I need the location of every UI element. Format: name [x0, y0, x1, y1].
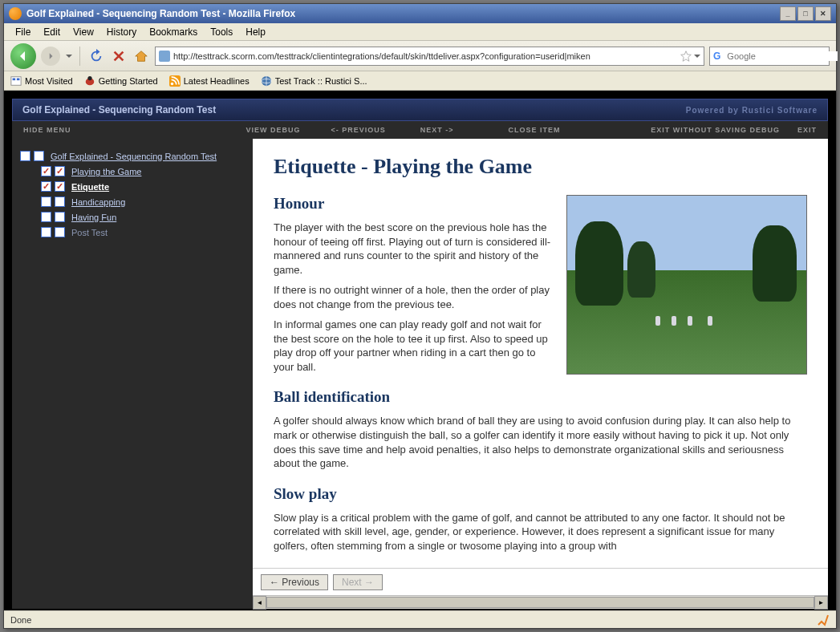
reload-button[interactable] — [87, 47, 105, 65]
content-prev-button[interactable]: ← Previous — [261, 574, 328, 590]
svg-rect-3 — [13, 78, 16, 80]
view-debug-button[interactable]: VIEW DEBUG — [243, 126, 304, 134]
close-item-button[interactable]: CLOSE ITEM — [505, 126, 564, 134]
content-nav: ← Previous Next → — [253, 568, 828, 595]
paragraph: Slow play is a critical problem with the… — [274, 511, 807, 553]
menu-tools[interactable]: Tools — [204, 25, 239, 39]
url-dropdown-icon[interactable] — [694, 53, 700, 59]
tree-item-label: Post Test — [71, 228, 108, 237]
search-bar[interactable]: G — [709, 47, 830, 66]
search-input[interactable] — [727, 51, 838, 61]
app-action-bar: HIDE MENU VIEW DEBUG <- PREVIOUS NEXT ->… — [12, 121, 828, 139]
checkbox-icon — [55, 181, 65, 192]
previous-button[interactable]: <- PREVIOUS — [328, 126, 389, 134]
tree-item-label: Handicapping — [71, 197, 125, 207]
titlebar: Golf Explained - Sequencing Random Test … — [4, 4, 836, 23]
svg-rect-4 — [17, 78, 20, 80]
checkbox-icon — [55, 196, 65, 207]
article-image — [566, 195, 807, 375]
exit-without-saving-button[interactable]: EXIT WITHOUT SAVING DEBUG — [647, 126, 783, 134]
menubar: File Edit View History Bookmarks Tools H… — [4, 23, 836, 41]
firefox-icon — [9, 7, 22, 20]
horizontal-scrollbar[interactable]: ◄ ► — [253, 595, 828, 609]
stop-button[interactable] — [110, 47, 128, 65]
heading-slow-play: Slow play — [274, 485, 807, 503]
svg-point-8 — [170, 82, 173, 85]
scroll-thumb[interactable] — [266, 597, 814, 608]
menu-help[interactable]: Help — [239, 25, 272, 39]
bookmark-getting-started[interactable]: Getting Started — [84, 75, 158, 87]
checkbox-icon — [41, 166, 51, 176]
next-button[interactable]: NEXT -> — [417, 126, 457, 134]
bookmarks-toolbar: Most Visited Getting Started Latest Head… — [4, 71, 836, 91]
content-frame: Etiquette - Playing the Game Honour The … — [253, 139, 828, 609]
home-button[interactable] — [132, 47, 150, 65]
statusbar: Done — [4, 610, 836, 628]
status-text: Done — [10, 615, 31, 625]
checkbox-icon — [55, 212, 65, 222]
close-button[interactable]: ✕ — [815, 6, 831, 21]
powered-by-label: Powered by Rustici Software — [686, 106, 818, 115]
browser-window: Golf Explained - Sequencing Random Test … — [3, 3, 837, 629]
back-button[interactable] — [10, 43, 36, 69]
app-header: Golf Explained - Sequencing Random Test … — [12, 99, 828, 121]
nav-toolbar: G — [4, 41, 836, 71]
tree-item-label: Etiquette — [71, 182, 109, 192]
tree-item[interactable]: Handicapping — [20, 194, 245, 209]
mostvisited-icon — [10, 75, 22, 87]
article-title: Etiquette - Playing the Game — [274, 155, 807, 179]
history-dropdown[interactable] — [65, 47, 73, 66]
exit-button[interactable]: EXIT — [794, 126, 820, 134]
paragraph: A golfer should always know which brand … — [274, 414, 807, 470]
ladybug-icon — [84, 75, 95, 87]
article: Etiquette - Playing the Game Honour The … — [253, 139, 828, 568]
checkbox-icon — [20, 151, 30, 161]
course-tree: Golf Explained - Sequencing Random TestP… — [12, 139, 253, 609]
checkbox-icon — [41, 181, 51, 192]
maximize-button[interactable]: □ — [797, 6, 814, 21]
checkbox-icon — [34, 151, 44, 161]
tree-item[interactable]: Golf Explained - Sequencing Random Test — [20, 148, 245, 164]
hide-menu-button[interactable]: HIDE MENU — [20, 126, 75, 134]
favicon-icon — [159, 51, 170, 62]
bookmark-most-visited[interactable]: Most Visited — [10, 75, 73, 87]
minimize-button[interactable]: _ — [780, 6, 796, 21]
forward-button[interactable] — [41, 47, 60, 66]
menu-bookmarks[interactable]: Bookmarks — [143, 25, 204, 39]
checkbox-icon — [55, 166, 65, 176]
star-icon[interactable] — [680, 51, 692, 62]
tree-item-label: Playing the Game — [71, 167, 141, 176]
checkbox-icon — [55, 227, 65, 237]
app-title: Golf Explained - Sequencing Random Test — [22, 104, 216, 115]
menu-view[interactable]: View — [67, 25, 100, 39]
tree-item[interactable]: Playing the Game — [20, 164, 245, 179]
content-next-button[interactable]: Next → — [333, 574, 383, 590]
checkbox-icon — [41, 227, 51, 237]
checkbox-icon — [41, 196, 51, 207]
svg-point-6 — [87, 75, 91, 79]
google-icon: G — [713, 51, 720, 62]
menu-file[interactable]: File — [9, 25, 37, 39]
tree-item[interactable]: Having Fun — [20, 209, 245, 225]
checkbox-icon — [41, 212, 51, 222]
url-bar[interactable] — [155, 47, 704, 66]
svg-rect-2 — [11, 76, 21, 85]
tree-item[interactable]: Post Test — [20, 225, 245, 240]
bookmark-test-track[interactable]: Test Track :: Rustici S... — [261, 75, 367, 87]
menu-edit[interactable]: Edit — [37, 25, 67, 39]
menu-history[interactable]: History — [100, 25, 143, 39]
status-paintbrush-icon[interactable] — [817, 614, 830, 626]
rss-icon — [169, 75, 181, 87]
page-content: Golf Explained - Sequencing Random Test … — [4, 91, 836, 610]
globe-icon — [261, 75, 272, 87]
bookmark-latest-headlines[interactable]: Latest Headlines — [169, 75, 250, 87]
scroll-left-icon[interactable]: ◄ — [253, 596, 266, 610]
tree-item[interactable]: Etiquette — [20, 179, 245, 194]
tree-item-label: Having Fun — [71, 213, 116, 222]
heading-ball-identification: Ball identification — [274, 388, 807, 406]
url-input[interactable] — [173, 51, 677, 61]
tree-item-label: Golf Explained - Sequencing Random Test — [51, 152, 217, 161]
scroll-right-icon[interactable]: ► — [814, 596, 828, 610]
window-title: Golf Explained - Sequencing Random Test … — [26, 8, 295, 19]
